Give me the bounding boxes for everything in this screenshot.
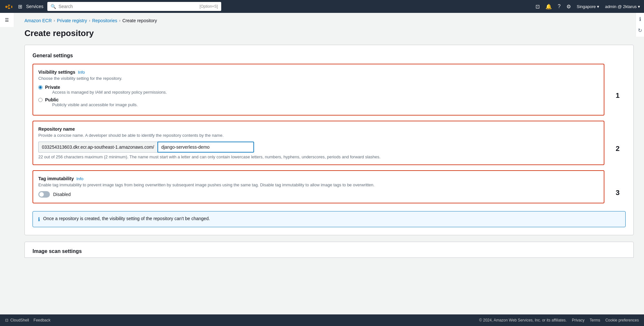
settings-icon[interactable]: ⚙	[566, 4, 571, 10]
help-icon[interactable]: ?	[558, 4, 561, 9]
search-input[interactable]	[59, 4, 197, 9]
visibility-description: Choose the visibility setting for the re…	[38, 76, 599, 81]
repo-name-header: Repository name	[38, 126, 599, 132]
step-1-marker: 1	[610, 85, 626, 100]
info-circle-icon: ℹ	[38, 216, 40, 222]
info-box: ℹ Once a repository is created, the visi…	[33, 211, 626, 227]
visibility-info-link[interactable]: Info	[78, 70, 85, 75]
breadcrumb-separator-2: ›	[89, 18, 90, 23]
breadcrumb-separator-3: ›	[119, 18, 120, 23]
general-settings-card: General settings Visibility settings Inf…	[24, 45, 634, 235]
step-2-marker: 2	[610, 138, 626, 153]
immutability-toggle[interactable]	[38, 191, 50, 198]
repo-name-title: Repository name	[38, 126, 75, 132]
breadcrumb-current: Create repository	[122, 18, 157, 23]
search-hint: [Option+S]	[200, 4, 218, 9]
tag-immutability-description: Enable tag immutability to prevent image…	[38, 182, 599, 187]
svg-text:aws: aws	[5, 5, 9, 8]
repo-name-section-wrapper: Repository name Provide a concise name. …	[33, 121, 626, 170]
private-option-content: Private Access is managed by IAM and rep…	[45, 85, 167, 95]
private-radio-option[interactable]: Private Access is managed by IAM and rep…	[38, 85, 599, 95]
main-content: Amazon ECR › Private registry › Reposito…	[14, 13, 644, 314]
sidebar-toggle[interactable]: ☰	[0, 13, 14, 27]
visibility-section: Visibility settings Info Choose the visi…	[33, 64, 604, 116]
terminal-icon[interactable]: ⊡	[535, 4, 540, 10]
repo-name-input[interactable]	[157, 142, 254, 153]
bell-icon[interactable]: 🔔	[545, 4, 552, 10]
grid-icon[interactable]: ⊞	[18, 4, 22, 10]
repo-prefix: 033254313603.dkr.ecr.ap-southeast-1.amaz…	[38, 142, 157, 153]
search-icon: 🔍	[51, 4, 56, 9]
tag-immutability-title: Tag immutability	[38, 176, 74, 181]
private-label: Private	[45, 85, 167, 90]
tag-immutability-info-link[interactable]: Info	[76, 176, 83, 181]
tag-immutability-section-wrapper: Tag immutability Info Enable tag immutab…	[33, 170, 626, 209]
page-title: Create repository	[24, 28, 634, 38]
private-desc: Access is managed by IAM and repository …	[52, 90, 167, 95]
visibility-title: Visibility settings	[38, 70, 75, 75]
breadcrumb-separator-1: ›	[54, 18, 55, 23]
visibility-header: Visibility settings Info	[38, 70, 599, 75]
hamburger-icon: ☰	[5, 17, 9, 23]
step-3-marker: 3	[610, 182, 626, 197]
toggle-row: Disabled	[38, 191, 599, 198]
public-radio[interactable]	[38, 98, 43, 102]
repo-name-section: Repository name Provide a concise name. …	[33, 121, 604, 165]
public-radio-option[interactable]: Public Publicly visible and accessible f…	[38, 97, 599, 107]
tag-immutability-section: Tag immutability Info Enable tag immutab…	[33, 170, 604, 203]
user-selector[interactable]: admin @ 2ktarus ▾	[605, 4, 640, 9]
tag-immutability-header: Tag immutability Info	[38, 176, 599, 181]
region-selector[interactable]: Singapore ▾	[577, 4, 599, 9]
visibility-section-wrapper: Visibility settings Info Choose the visi…	[33, 64, 626, 121]
info-panel-icon[interactable]: ℹ	[639, 16, 641, 22]
repo-name-description: Provide a concise name. A developer shou…	[38, 133, 599, 138]
private-radio[interactable]	[38, 85, 43, 89]
top-nav: aws ⊞ Services 🔍 [Option+S] ⊡ 🔔 ? ⚙ Sing…	[0, 0, 644, 13]
breadcrumb-private-registry[interactable]: Private registry	[57, 18, 87, 23]
public-option-content: Public Publicly visible and accessible f…	[45, 97, 138, 107]
right-side-icons: ℹ ↻	[636, 13, 644, 37]
repo-name-row: 033254313603.dkr.ecr.ap-southeast-1.amaz…	[38, 142, 599, 153]
breadcrumb-ecr[interactable]: Amazon ECR	[24, 18, 52, 23]
public-desc: Publicly visible and accessible for imag…	[52, 102, 138, 107]
image-scan-title: Image scan settings	[33, 248, 626, 254]
toggle-label: Disabled	[53, 192, 71, 197]
top-nav-right: ⊡ 🔔 ? ⚙ Singapore ▾ admin @ 2ktarus ▾	[535, 4, 640, 10]
breadcrumb-repositories[interactable]: Repositories	[92, 18, 117, 23]
breadcrumb: Amazon ECR › Private registry › Reposito…	[24, 18, 634, 23]
services-nav-label[interactable]: Services	[26, 4, 43, 9]
aws-logo[interactable]: aws	[4, 3, 14, 10]
image-scan-section: Image scan settings	[24, 242, 634, 258]
search-bar[interactable]: 🔍 [Option+S]	[47, 2, 221, 11]
refresh-icon[interactable]: ↻	[638, 27, 642, 33]
card-title: General settings	[33, 53, 626, 59]
info-box-message: Once a repository is created, the visibi…	[43, 216, 210, 221]
public-label: Public	[45, 97, 138, 102]
char-count: 22 out of 256 characters maximum (2 mini…	[38, 154, 599, 159]
